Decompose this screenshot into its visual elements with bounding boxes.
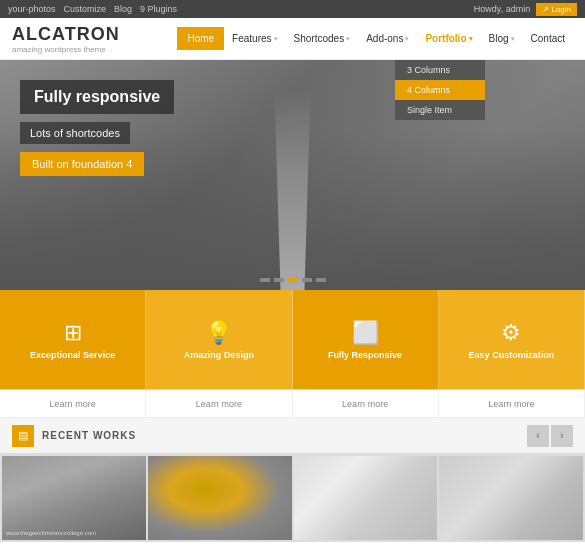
portfolio-item-3[interactable] bbox=[294, 456, 438, 540]
dropdown-item-3col[interactable]: 3 Columns bbox=[395, 60, 485, 80]
learn-customization[interactable]: Learn more bbox=[439, 390, 585, 417]
logo-tagline: amazing wordpress theme bbox=[12, 45, 120, 54]
recent-works-header: ▤ RECENT WORKS ‹ › bbox=[0, 418, 585, 454]
feature-responsive-label: Fully Responsive bbox=[328, 350, 402, 360]
portfolio-item-2[interactable] bbox=[148, 456, 292, 540]
chevron-down-icon: ▾ bbox=[469, 35, 473, 43]
portfolio-item-1[interactable]: www.thegeechristianccollege.com bbox=[2, 456, 146, 540]
site-header: ALCATRON amazing wordpress theme Home Fe… bbox=[0, 18, 585, 60]
recent-works-icon: ▤ bbox=[12, 425, 34, 447]
hero-subtitle: Lots of shortcodes bbox=[20, 122, 130, 144]
main-nav: Home Features ▾ Shortcodes ▾ Add-ons ▾ P… bbox=[177, 27, 573, 50]
nav-contact[interactable]: Contact bbox=[523, 27, 573, 50]
chevron-down-icon: ▾ bbox=[511, 35, 515, 43]
design-icon: 💡 bbox=[205, 320, 232, 346]
admin-item-4[interactable]: 9 Plugins bbox=[140, 4, 177, 14]
nav-home[interactable]: Home bbox=[177, 27, 224, 50]
portfolio-img-3 bbox=[294, 456, 438, 540]
nav-shortcodes[interactable]: Shortcodes ▾ bbox=[286, 27, 359, 50]
logo: ALCATRON amazing wordpress theme bbox=[12, 24, 120, 54]
nav-features[interactable]: Features ▾ bbox=[224, 27, 285, 50]
admin-bar-right: Howdy, admin ↗ Login bbox=[474, 3, 577, 16]
recent-works-arrows: ‹ › bbox=[527, 425, 573, 447]
portfolio-dropdown: 3 Columns 4 Columns Single Item bbox=[395, 60, 485, 120]
prev-arrow-button[interactable]: ‹ bbox=[527, 425, 549, 447]
portfolio-img-2 bbox=[148, 456, 292, 540]
chevron-down-icon: ▾ bbox=[274, 35, 278, 43]
recent-works-left: ▤ RECENT WORKS bbox=[12, 425, 136, 447]
feature-responsive[interactable]: ⬜ Fully Responsive bbox=[293, 290, 439, 389]
slider-dots bbox=[260, 278, 326, 282]
features-section: ⊞ Exceptional Service 💡 Amazing Design ⬜… bbox=[0, 290, 585, 390]
nav-blog[interactable]: Blog ▾ bbox=[481, 27, 523, 50]
admin-item-2[interactable]: Customize bbox=[64, 4, 107, 14]
admin-item-3[interactable]: Blog bbox=[114, 4, 132, 14]
portfolio-watermark-1: www.thegeechristianccollege.com bbox=[6, 530, 96, 536]
feature-design-label: Amazing Design bbox=[184, 350, 254, 360]
portfolio-img-1 bbox=[2, 456, 146, 540]
feature-customization-label: Easy Customization bbox=[469, 350, 555, 360]
customization-icon: ⚙ bbox=[501, 320, 521, 346]
chevron-down-icon: ▾ bbox=[346, 35, 350, 43]
chevron-down-icon: ▾ bbox=[405, 35, 409, 43]
service-icon: ⊞ bbox=[64, 320, 82, 346]
portfolio-grid: www.thegeechristianccollege.com bbox=[0, 454, 585, 542]
feature-service-label: Exceptional Service bbox=[30, 350, 115, 360]
portfolio-img-4 bbox=[439, 456, 583, 540]
admin-bar-left: your-photos Customize Blog 9 Plugins bbox=[8, 4, 177, 14]
dot-2[interactable] bbox=[274, 278, 284, 282]
recent-works-title: RECENT WORKS bbox=[42, 430, 136, 441]
logo-text: ALCATRON bbox=[12, 24, 120, 45]
admin-item-1[interactable]: your-photos bbox=[8, 4, 56, 14]
admin-bar: your-photos Customize Blog 9 Plugins How… bbox=[0, 0, 585, 18]
responsive-icon: ⬜ bbox=[352, 320, 379, 346]
hero-content: Fully responsive Lots of shortcodes Buil… bbox=[20, 80, 174, 176]
dropdown-item-4col[interactable]: 4 Columns bbox=[395, 80, 485, 100]
feature-customization[interactable]: ⚙ Easy Customization bbox=[439, 290, 585, 389]
dot-5[interactable] bbox=[316, 278, 326, 282]
hero-title: Fully responsive bbox=[20, 80, 174, 114]
portfolio-item-4[interactable] bbox=[439, 456, 583, 540]
nav-portfolio[interactable]: Portfolio ▾ bbox=[417, 27, 480, 50]
admin-login-button[interactable]: ↗ Login bbox=[536, 3, 577, 16]
learn-design[interactable]: Learn more bbox=[146, 390, 292, 417]
dropdown-item-single[interactable]: Single Item bbox=[395, 100, 485, 120]
learn-service[interactable]: Learn more bbox=[0, 390, 146, 417]
hero-section: Fully responsive Lots of shortcodes Buil… bbox=[0, 60, 585, 290]
feature-service[interactable]: ⊞ Exceptional Service bbox=[0, 290, 146, 389]
dot-4[interactable] bbox=[302, 278, 312, 282]
dot-3[interactable] bbox=[288, 278, 298, 282]
admin-howdy: Howdy, admin bbox=[474, 4, 530, 14]
hero-cta-button[interactable]: Built on foundation 4 bbox=[20, 152, 144, 176]
learn-more-row: Learn more Learn more Learn more Learn m… bbox=[0, 390, 585, 418]
learn-responsive[interactable]: Learn more bbox=[293, 390, 439, 417]
nav-addons[interactable]: Add-ons ▾ bbox=[358, 27, 417, 50]
feature-design[interactable]: 💡 Amazing Design bbox=[146, 290, 292, 389]
next-arrow-button[interactable]: › bbox=[551, 425, 573, 447]
dot-1[interactable] bbox=[260, 278, 270, 282]
